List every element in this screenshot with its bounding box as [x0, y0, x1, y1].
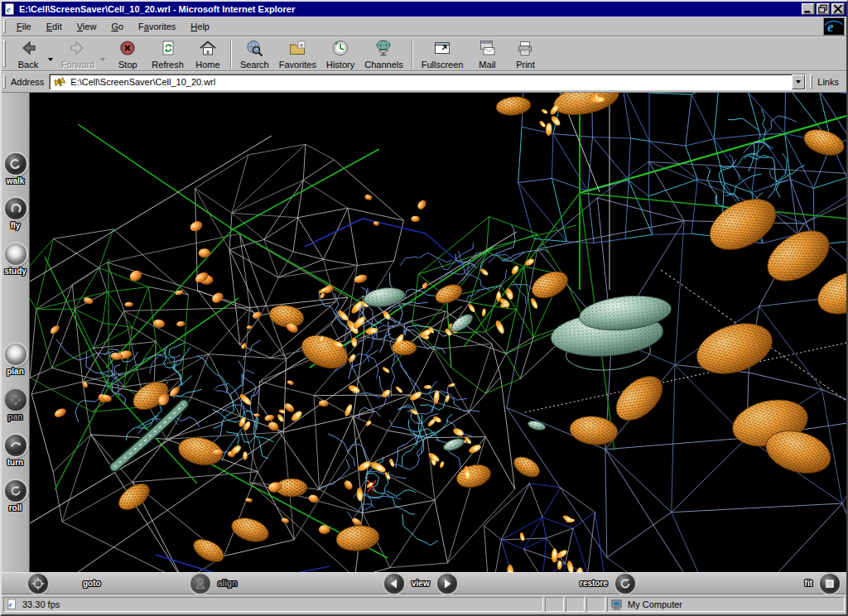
sidebar-item-study[interactable]: study [2, 243, 29, 276]
vrml-file-icon [52, 76, 67, 88]
cell-3d-scene[interactable] [30, 93, 846, 572]
toolbar-button-back[interactable]: Back [9, 38, 47, 70]
toolbar-button-home[interactable]: Home [189, 38, 227, 70]
fit-label: fit [805, 579, 812, 588]
toolbar-button-label: Forward [61, 60, 94, 70]
svg-text:e: e [9, 600, 12, 609]
dropdown-arrow-icon[interactable] [48, 58, 53, 61]
turn-ball-button[interactable] [5, 435, 26, 456]
toolbar-button-channels[interactable]: Channels [359, 38, 407, 70]
stop-icon [118, 39, 137, 59]
fly-label: fly [11, 221, 21, 230]
sidebar-item-turn[interactable]: turn [2, 435, 29, 467]
align-ball-button [190, 574, 210, 594]
vrml-viewport[interactable] [30, 93, 846, 572]
toolbar: BackForwardStopRefreshHomeSearchFavorite… [2, 36, 846, 71]
sidebar-item-fly[interactable]: fly [2, 198, 29, 230]
links-label[interactable]: Links [816, 77, 844, 87]
toolbar-button-label: History [326, 60, 354, 70]
restore-ball-button[interactable] [615, 574, 635, 594]
menu-item-file[interactable]: File [9, 20, 39, 33]
menu-item-favorites[interactable]: Favorites [131, 20, 183, 33]
toolbar-button-label: Back [18, 60, 38, 70]
roll-label: roll [9, 503, 22, 513]
dropdown-arrow-icon [100, 58, 105, 61]
toolbar-button-favorites[interactable]: Favorites [274, 38, 321, 70]
bottombar-item-goto[interactable]: goto [28, 573, 101, 594]
toolbar-button-print[interactable]: Print [506, 38, 544, 70]
toolbar-separator [230, 40, 232, 68]
fps-counter: 33.30 fps [22, 599, 60, 609]
fly-ball-button[interactable] [5, 198, 26, 219]
toolbar-separator [412, 40, 413, 68]
status-panel-3 [586, 597, 605, 612]
print-icon [516, 39, 534, 59]
titlebar[interactable]: e E:\Cell\ScreenSaver\Cell_10_20.wrl - M… [2, 2, 846, 17]
refresh-icon [159, 39, 177, 59]
toolbar-button-stop[interactable]: Stop [108, 38, 147, 70]
plan-label: plan [7, 367, 24, 376]
bottombar-item-fit[interactable]: fit [805, 573, 840, 594]
menu-item-edit[interactable]: Edit [39, 20, 70, 33]
toolbar-button-label: Search [240, 60, 269, 70]
view-previous-button[interactable] [384, 574, 404, 594]
toolbar-button-refresh[interactable]: Refresh [147, 38, 189, 70]
walk-ball-button[interactable] [5, 153, 26, 175]
toolbar-button-search[interactable]: Search [235, 38, 274, 70]
study-label: study [4, 267, 26, 276]
home-icon [199, 39, 217, 59]
address-input[interactable]: E:\Cell\ScreenSaver\Cell_10_20.wrl [49, 74, 806, 90]
bottombar-item-restore[interactable]: restore [580, 573, 635, 594]
toolbar-button-forward: Forward [56, 38, 99, 70]
pan-ball-button [5, 389, 26, 411]
address-dropdown-button[interactable] [792, 75, 805, 89]
sidebar-item-walk[interactable]: walk [2, 153, 29, 185]
plan-ball-button[interactable] [5, 344, 26, 365]
toolbar-button-label: Print [516, 60, 535, 70]
sidebar-item-pan: pan [2, 389, 29, 421]
align-label: align [218, 579, 237, 588]
ie-page-icon: e [7, 599, 19, 610]
bottombar-item-view[interactable]: view [384, 573, 457, 594]
links-grip[interactable] [810, 75, 812, 89]
toolbar-button-label: Stop [118, 60, 137, 70]
menubar-grip[interactable] [3, 19, 6, 32]
study-ball-button[interactable] [5, 243, 26, 265]
fullscreen-icon [433, 39, 451, 59]
menu-item-go[interactable]: Go [104, 20, 131, 33]
sidebar-item-plan[interactable]: plan [2, 344, 29, 376]
pan-label: pan [8, 412, 23, 421]
toolbar-button-mail[interactable]: Mail [468, 38, 506, 70]
restore-button[interactable] [817, 3, 830, 15]
vrml-sidebar: walkflystudyplanpanturnroll [2, 93, 30, 572]
favorites-icon [288, 39, 306, 59]
goto-label: goto [83, 579, 101, 588]
walk-label: walk [7, 176, 25, 185]
toolbar-button-history[interactable]: History [321, 38, 359, 70]
ie-document-icon: e [3, 3, 17, 15]
close-button[interactable] [831, 3, 845, 15]
menu-bar: FileEditViewGoFavoritesHelp e [2, 17, 846, 36]
fit-ball-button[interactable] [820, 574, 840, 594]
goto-ball-button[interactable] [28, 574, 48, 594]
security-zone-label: My Computer [628, 599, 682, 609]
view-next-button[interactable] [437, 574, 457, 594]
window-title: E:\Cell\ScreenSaver\Cell_10_20.wrl - Mic… [19, 4, 802, 14]
turn-label: turn [7, 458, 23, 467]
toolbar-grip[interactable] [3, 40, 6, 67]
roll-ball-button[interactable] [5, 480, 26, 502]
history-icon [331, 39, 349, 59]
sidebar-item-roll[interactable]: roll [2, 480, 29, 513]
minimize-button[interactable] [802, 3, 815, 15]
channels-icon [374, 39, 393, 59]
address-value: E:\Cell\ScreenSaver\Cell_10_20.wrl [70, 77, 792, 87]
menu-item-help[interactable]: Help [183, 20, 217, 33]
forward-icon [69, 39, 87, 59]
toolbar-button-label: Fullscreen [422, 60, 464, 70]
bottombar-item-align: align [190, 573, 237, 594]
addressbar-grip[interactable] [3, 75, 6, 89]
status-zone-panel: My Computer [607, 597, 845, 612]
mail-icon [478, 39, 496, 59]
toolbar-button-fullscreen[interactable]: Fullscreen [417, 38, 469, 70]
menu-item-view[interactable]: View [70, 20, 104, 33]
